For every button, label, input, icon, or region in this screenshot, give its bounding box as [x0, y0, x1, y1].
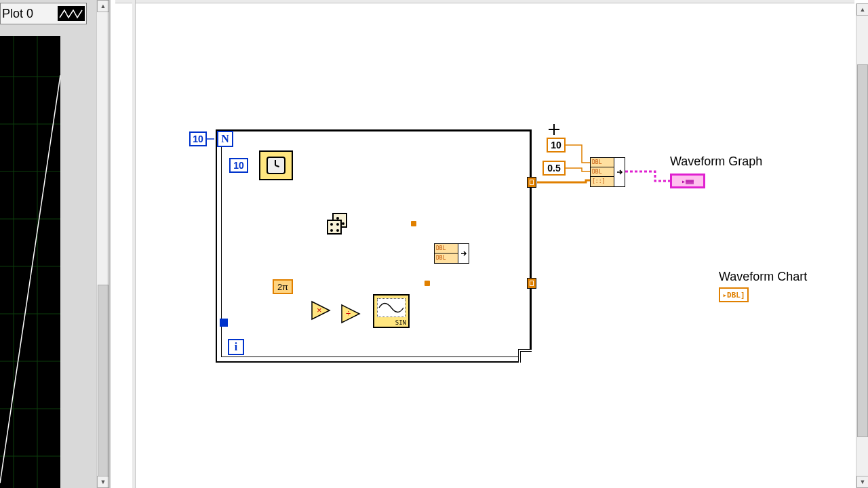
loop-resize-corner[interactable]	[518, 349, 532, 363]
build-waveform-node[interactable]: DBL DBL [::]	[590, 157, 625, 187]
loop-tunnel-lower[interactable]	[527, 278, 536, 289]
sine-wave-icon	[377, 298, 406, 317]
bd-left-edge	[132, 0, 136, 488]
constant-two-pi[interactable]: 2π	[273, 279, 293, 294]
chart-terminal-glyph: ▸DBL]	[722, 291, 745, 300]
waveform-plot-area[interactable]	[0, 36, 60, 488]
constant-wait-ms[interactable]: 10	[229, 158, 248, 173]
random-number-node[interactable]	[326, 211, 350, 236]
block-diagram-vscroll[interactable]: ▲ ▼	[856, 3, 868, 488]
waveform-chart-terminal[interactable]: ▸DBL]	[719, 287, 749, 302]
bd-top-edge	[115, 0, 854, 3]
front-panel-sliver: Plot 0 ▲ ▼	[0, 0, 115, 488]
waveform-graph-terminal[interactable]: ▸▦▦	[670, 174, 705, 188]
waveform-graph-label: Waveform Graph	[670, 155, 762, 169]
plot-legend[interactable]: Plot 0	[0, 3, 87, 24]
wire-junction-2	[425, 281, 430, 286]
for-loop-n-terminal[interactable]: N	[217, 131, 233, 147]
constant-dt[interactable]: 0.5	[542, 161, 566, 176]
clock-icon	[267, 157, 285, 174]
scroll-down-icon[interactable]: ▼	[97, 476, 109, 488]
block-diagram-panel[interactable]: N i 10 10 2π × ÷	[115, 0, 868, 488]
i-glyph: i	[235, 341, 237, 353]
loop-tunnel-upper[interactable]	[527, 177, 536, 188]
constant-loop-count[interactable]: 10	[189, 131, 207, 146]
bd-scroll-up-icon[interactable]: ▲	[856, 3, 868, 16]
scroll-up-icon[interactable]: ▲	[97, 0, 109, 12]
constant-wait-ms-value: 10	[233, 160, 244, 171]
build-wfm-arrow-icon	[614, 158, 625, 186]
build-array-node[interactable]: DBL DBL	[434, 243, 469, 264]
scroll-thumb[interactable]	[98, 285, 108, 481]
constant-dt-value: 0.5	[547, 163, 560, 174]
wire-10-to-bundle1[interactable]	[566, 145, 590, 163]
wait-ms-node[interactable]	[259, 150, 293, 180]
svg-text:×: ×	[317, 305, 322, 315]
wire-junction-1	[411, 221, 416, 226]
graph-terminal-glyph: ▸▦▦	[682, 178, 694, 185]
build-array-arrow-icon	[458, 244, 469, 263]
bd-scroll-thumb[interactable]	[857, 64, 868, 437]
plot-style-swatch[interactable]	[58, 6, 85, 21]
svg-text:÷: ÷	[346, 308, 351, 319]
waveform-chart-label: Waveform Chart	[719, 270, 807, 284]
for-loop-i-terminal[interactable]: i	[228, 339, 244, 355]
plot-legend-label: Plot 0	[1, 7, 33, 21]
constant-t0[interactable]: 10	[547, 138, 566, 152]
divide-node[interactable]: ÷	[340, 304, 359, 323]
multiply-node[interactable]: ×	[311, 300, 330, 319]
n-glyph: N	[221, 133, 229, 145]
wire-bundle-to-graph[interactable]	[625, 171, 670, 181]
wiring-cursor-icon	[549, 124, 559, 135]
constant-two-pi-value: 2π	[277, 282, 288, 292]
constant-t0-value: 10	[551, 140, 561, 150]
plot-trace	[0, 75, 60, 483]
front-panel-vscroll[interactable]: ▲ ▼	[96, 0, 108, 488]
bd-scroll-down-icon[interactable]: ▼	[856, 476, 868, 488]
sine-node[interactable]: SIN	[373, 294, 410, 328]
wire-tunnel-to-bundle3[interactable]	[537, 180, 590, 182]
sine-label: SIN	[395, 319, 406, 326]
wire-05-to-bundle2[interactable]	[566, 168, 590, 171]
loop-left-terminal[interactable]	[220, 319, 228, 327]
constant-loop-count-value: 10	[193, 134, 203, 144]
